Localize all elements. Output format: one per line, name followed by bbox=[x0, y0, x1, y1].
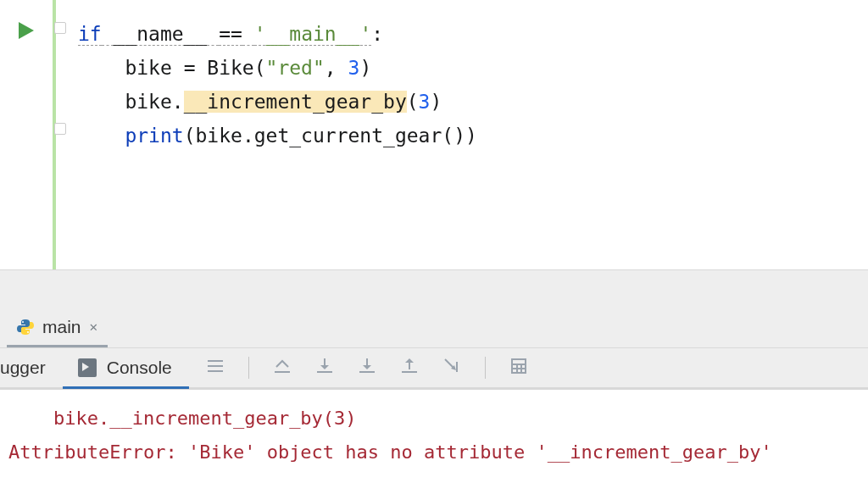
run-icon[interactable] bbox=[19, 22, 34, 43]
error-message: AttributeError: 'Bike' object has no att… bbox=[8, 436, 868, 469]
svg-marker-12 bbox=[363, 365, 371, 369]
console-output[interactable]: bike.__increment_gear_by(3) AttributeErr… bbox=[0, 390, 868, 469]
string-red: "red" bbox=[266, 57, 325, 79]
gutter-actions bbox=[0, 0, 53, 269]
svg-point-2 bbox=[27, 331, 29, 333]
dunder-name: __name__ bbox=[114, 23, 208, 46]
builtin-print: print bbox=[125, 125, 183, 147]
debug-toolbar bbox=[189, 357, 528, 380]
step-into-my-icon[interactable] bbox=[358, 357, 376, 380]
svg-marker-15 bbox=[405, 358, 414, 363]
python-icon bbox=[17, 319, 34, 336]
step-out-icon[interactable] bbox=[400, 357, 419, 380]
run-tab-main[interactable]: main ✕ bbox=[7, 308, 108, 347]
console-tab[interactable]: Console bbox=[63, 350, 189, 389]
keyword-if: if bbox=[78, 23, 102, 46]
string-main: '__main__' bbox=[254, 23, 371, 46]
svg-point-1 bbox=[22, 321, 24, 323]
console-icon bbox=[78, 358, 97, 377]
step-over-icon[interactable] bbox=[273, 357, 292, 380]
highlighted-method: __increment_gear_by bbox=[184, 91, 407, 113]
run-tab-label: main bbox=[42, 317, 81, 337]
svg-marker-0 bbox=[19, 22, 34, 39]
lines-icon[interactable] bbox=[206, 357, 225, 380]
gutter-strip bbox=[53, 0, 66, 269]
traceback-line: bike.__increment_gear_by(3) bbox=[8, 402, 868, 436]
svg-marker-9 bbox=[320, 365, 329, 369]
code-line-3[interactable]: bike.__increment_gear_by(3) bbox=[78, 85, 477, 119]
svg-rect-18 bbox=[512, 359, 526, 373]
fold-marker-icon[interactable] bbox=[54, 22, 66, 34]
run-tool-tabs: main ✕ bbox=[0, 308, 868, 347]
debugger-tab[interactable]: ugger bbox=[0, 348, 63, 387]
step-into-icon[interactable] bbox=[315, 357, 334, 380]
evaluate-icon[interactable] bbox=[509, 357, 528, 380]
debugger-tool-row: ugger Console bbox=[0, 347, 868, 390]
panel-resize-bar[interactable] bbox=[0, 269, 868, 308]
separator bbox=[485, 357, 486, 379]
editor-area: if __name__ == '__main__': bike = Bike("… bbox=[0, 0, 868, 269]
number-3: 3 bbox=[348, 57, 360, 79]
code-content[interactable]: if __name__ == '__main__': bike = Bike("… bbox=[66, 0, 477, 269]
fold-marker-icon[interactable] bbox=[54, 123, 66, 135]
code-line-4[interactable]: print(bike.get_current_gear()) bbox=[78, 119, 477, 153]
code-line-1[interactable]: if __name__ == '__main__': bbox=[78, 17, 477, 51]
run-to-cursor-icon[interactable] bbox=[442, 357, 461, 380]
separator bbox=[248, 357, 249, 379]
number-3: 3 bbox=[419, 91, 431, 113]
close-icon[interactable]: ✕ bbox=[90, 319, 98, 335]
code-line-2[interactable]: bike = Bike("red", 3) bbox=[78, 51, 477, 85]
